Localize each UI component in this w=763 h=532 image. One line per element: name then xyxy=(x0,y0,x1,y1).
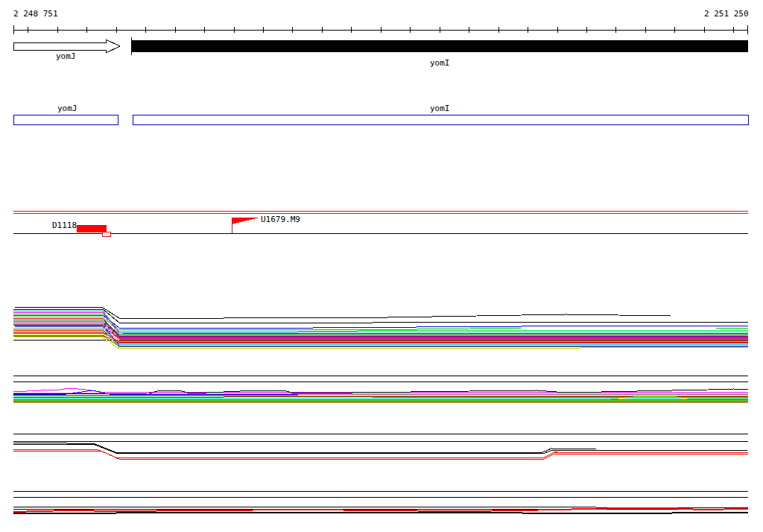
track-line xyxy=(13,402,748,403)
track-line xyxy=(13,513,748,513)
feature-u-label: U1679.M9 xyxy=(261,215,300,224)
track-line xyxy=(13,309,748,323)
cds-box-yomJ[interactable] xyxy=(14,115,118,125)
feature-d1118[interactable] xyxy=(77,225,111,237)
ruler-end-coordinate: 2 251 250 xyxy=(704,10,749,18)
genome-browser-view: 2 248 751 2 251 250 yomJ yomI yomJ yomI … xyxy=(0,0,763,532)
gene-bar-yomI[interactable] xyxy=(131,37,748,55)
feature-d-label: D1118 xyxy=(52,221,77,229)
track-line xyxy=(13,443,748,452)
track-4-bottom xyxy=(13,491,748,513)
track-line xyxy=(13,507,748,507)
cds-box-left-label: yomJ xyxy=(57,104,77,113)
gene-bar-label: yomI xyxy=(430,59,450,67)
cds-box-yomI[interactable] xyxy=(133,115,749,125)
track-line xyxy=(13,497,748,498)
cds-box-right-label: yomI xyxy=(430,104,450,113)
track-line xyxy=(13,307,748,318)
track-2-flat-band xyxy=(13,376,748,403)
ruler-start-coordinate: 2 248 751 xyxy=(13,10,58,18)
browser-graphics xyxy=(0,0,763,532)
track-line xyxy=(13,376,748,376)
track-1-dense-band xyxy=(13,307,748,349)
coordinate-ruler xyxy=(13,25,748,34)
feature-u1679-m9[interactable] xyxy=(232,218,259,233)
track-3-step-lines xyxy=(13,434,748,460)
track-line xyxy=(13,509,748,510)
track-line xyxy=(13,398,748,399)
gene-arrow-label: yomJ xyxy=(56,52,76,60)
